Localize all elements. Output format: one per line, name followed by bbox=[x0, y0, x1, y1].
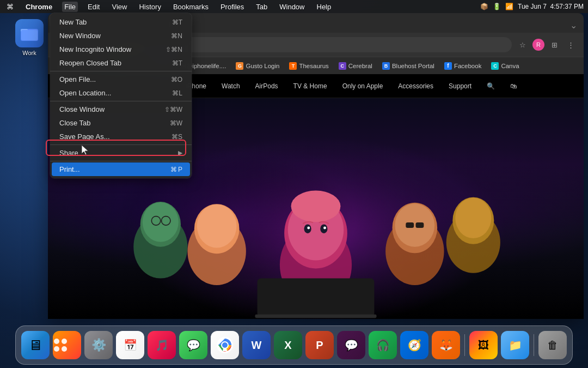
dock-slack[interactable]: 💬 bbox=[337, 331, 365, 359]
menu-chrome[interactable]: Chrome bbox=[23, 2, 54, 12]
apple-nav-accessories[interactable]: Accessories bbox=[398, 82, 433, 90]
menu-reopen-tab[interactable]: Reopen Closed Tab ⌘T bbox=[52, 56, 190, 70]
menu-print[interactable]: Print... ⌘ P bbox=[52, 162, 190, 176]
menubar-time: Tue Jun 7 4:57:37 PM bbox=[518, 3, 584, 10]
menu-open-file-label: Open File... bbox=[59, 75, 171, 83]
menu-view[interactable]: View bbox=[109, 2, 129, 12]
dock-word[interactable]: W bbox=[242, 331, 271, 359]
cmd-symbol: ⌘ bbox=[170, 166, 177, 173]
menubar-right: 📦 🔋 📶 Tue Jun 7 4:57:37 PM bbox=[480, 3, 584, 10]
apple-nav-watch[interactable]: Watch bbox=[222, 82, 240, 90]
chrome-icon bbox=[216, 336, 234, 354]
menu-edit[interactable]: Edit bbox=[85, 2, 102, 12]
bookmark-bluehost[interactable]: B Bluehost Portal bbox=[378, 61, 439, 71]
menu-new-window-label: New Window bbox=[59, 32, 171, 40]
dock-calendar[interactable]: 📅 bbox=[116, 331, 144, 359]
apple-nav-tvhome[interactable]: TV & Home bbox=[293, 82, 327, 90]
svg-rect-30 bbox=[255, 315, 376, 318]
menu-share-shortcut: ▶ bbox=[175, 149, 182, 156]
profile-button[interactable]: R bbox=[532, 39, 544, 51]
menu-print-shortcut: ⌘ P bbox=[170, 166, 182, 173]
dock-photos[interactable]: 🖼 bbox=[469, 331, 498, 359]
calendar-icon: 📅 bbox=[124, 339, 137, 352]
dock-powerpoint[interactable]: P bbox=[305, 331, 334, 359]
apple-menu[interactable]: ⌘ bbox=[4, 2, 16, 12]
music-icon: 🎵 bbox=[155, 339, 169, 352]
bookmark-facebook[interactable]: f Facebook bbox=[440, 61, 486, 71]
bluehost-favicon: B bbox=[382, 62, 390, 70]
bookmark-facebook-label: Facebook bbox=[454, 63, 482, 69]
menu-new-window[interactable]: New Window ⌘N bbox=[52, 29, 190, 43]
menu-profiles[interactable]: Profiles bbox=[218, 2, 246, 12]
apple-nav-support[interactable]: Support bbox=[449, 82, 471, 90]
svg-rect-2 bbox=[21, 30, 38, 40]
menu-tab[interactable]: Tab bbox=[254, 2, 270, 12]
more-options-button[interactable]: ⋮ bbox=[564, 38, 577, 51]
menu-window[interactable]: Window bbox=[277, 2, 307, 12]
share-submenu-arrow: ▶ bbox=[178, 149, 182, 156]
menu-new-window-shortcut: ⌘N bbox=[171, 32, 182, 40]
bookmark-gusto-label: Gusto Login bbox=[246, 63, 279, 69]
dock-launchpad[interactable] bbox=[53, 331, 81, 359]
cerebral-favicon: C bbox=[339, 62, 346, 70]
menu-new-incognito[interactable]: New Incognito Window ⇧⌘N bbox=[52, 43, 190, 56]
menu-open-location[interactable]: Open Location... ⌘L bbox=[52, 86, 190, 100]
bookmark-gusto[interactable]: G Gusto Login bbox=[231, 61, 284, 71]
excel-icon: X bbox=[284, 339, 291, 352]
menu-divider-3 bbox=[50, 144, 192, 145]
dock-safari[interactable]: 🧭 bbox=[400, 331, 428, 359]
bookmark-star-button[interactable]: ☆ bbox=[516, 38, 529, 51]
dock-excel[interactable]: X bbox=[274, 331, 302, 359]
dock-firefox[interactable]: 🦊 bbox=[432, 331, 460, 359]
desktop-work-folder[interactable]: Work bbox=[15, 19, 44, 56]
thesaurus-favicon: T bbox=[289, 62, 297, 70]
menu-close-window-shortcut: ⇧⌘W bbox=[164, 106, 182, 113]
dock-music[interactable]: 🎵 bbox=[148, 331, 176, 359]
menu-close-tab[interactable]: Close Tab ⌘W bbox=[52, 116, 190, 130]
menu-save-page-label: Save Page As... bbox=[59, 132, 171, 141]
svg-point-28 bbox=[455, 198, 491, 238]
finder-icon: 🖥 bbox=[28, 337, 42, 354]
apple-nav-search[interactable]: 🔍 bbox=[487, 82, 495, 90]
svg-point-20 bbox=[323, 227, 326, 230]
menu-file[interactable]: File bbox=[62, 2, 78, 12]
menu-reopen-tab-shortcut: ⌘T bbox=[172, 59, 182, 67]
menu-divider-2 bbox=[50, 101, 192, 101]
dock-spotify[interactable]: 🎧 bbox=[369, 331, 397, 359]
dock-trash[interactable]: 🗑 bbox=[538, 331, 567, 359]
bookmark-thesaurus[interactable]: T Thesaurus bbox=[285, 61, 333, 71]
facebook-favicon: f bbox=[444, 62, 452, 70]
apple-nav-bag[interactable]: 🛍 bbox=[510, 82, 517, 90]
apple-nav-airpods[interactable]: AirPods bbox=[255, 82, 278, 90]
menu-save-page[interactable]: Save Page As... ⌘S bbox=[52, 130, 190, 143]
menu-print-label: Print... bbox=[59, 165, 170, 173]
menu-history[interactable]: History bbox=[137, 2, 163, 12]
bookmark-canva[interactable]: C Canva bbox=[487, 61, 523, 71]
tab-options-button[interactable]: ⌄ bbox=[568, 18, 579, 33]
menu-open-file[interactable]: Open File... ⌘O bbox=[52, 73, 190, 86]
svg-rect-25 bbox=[415, 222, 424, 228]
slack-icon: 💬 bbox=[345, 339, 358, 352]
menubar-left: ⌘ Chrome File Edit View History Bookmark… bbox=[4, 2, 333, 12]
menubar: ⌘ Chrome File Edit View History Bookmark… bbox=[0, 0, 588, 13]
menu-new-tab[interactable]: New Tab ⌘T bbox=[52, 15, 190, 29]
menu-help[interactable]: Help bbox=[315, 2, 334, 12]
bookmark-cerebral[interactable]: C Cerebral bbox=[334, 61, 377, 71]
trash-icon: 🗑 bbox=[547, 339, 558, 352]
menu-close-window[interactable]: Close Window ⇧⌘W bbox=[52, 102, 190, 116]
apple-nav-onlyonapple[interactable]: Only on Apple bbox=[342, 82, 383, 90]
print-key: P bbox=[178, 166, 182, 173]
dock-files[interactable]: 📁 bbox=[501, 331, 529, 359]
bookmark-canva-label: Canva bbox=[501, 63, 519, 69]
menu-new-tab-shortcut: ⌘T bbox=[172, 19, 182, 26]
dock-chrome[interactable] bbox=[211, 331, 239, 359]
dock-finder[interactable]: 🖥 bbox=[21, 331, 50, 359]
extensions-button[interactable]: ⊞ bbox=[548, 38, 561, 51]
menu-bookmarks[interactable]: Bookmarks bbox=[171, 2, 211, 12]
menu-new-incognito-label: New Incognito Window bbox=[59, 45, 166, 53]
dock-separator bbox=[464, 334, 465, 356]
dock-messages[interactable]: 💬 bbox=[179, 331, 207, 359]
menu-share[interactable]: Share ▶ bbox=[52, 146, 190, 160]
dock-system-settings[interactable]: ⚙️ bbox=[84, 331, 113, 359]
menu-close-tab-label: Close Tab bbox=[59, 119, 170, 127]
